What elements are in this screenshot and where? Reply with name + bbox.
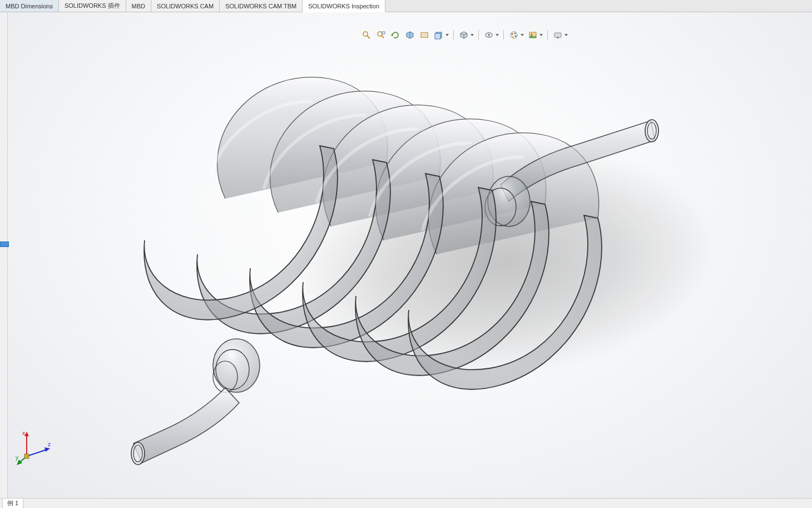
- tab-solidworks-plugins[interactable]: SOLIDWORKS 插件: [59, 0, 126, 12]
- viewport-split-marker[interactable]: [0, 241, 9, 247]
- tab-solidworks-cam-tbm[interactable]: SOLIDWORKS CAM TBM: [220, 0, 303, 12]
- triad-z-label: z: [48, 441, 51, 447]
- orientation-triad[interactable]: x z y: [16, 428, 55, 467]
- svg-marker-31: [24, 432, 29, 436]
- configuration-tab[interactable]: 例 1: [2, 498, 23, 508]
- status-bar: 例 1: [0, 498, 812, 508]
- command-tabs: MBD Dimensions SOLIDWORKS 插件 MBD SOLIDWO…: [0, 0, 812, 12]
- triad-x-label: x: [22, 430, 25, 436]
- tab-mbd-dimensions[interactable]: MBD Dimensions: [0, 0, 59, 12]
- svg-rect-36: [24, 454, 29, 458]
- viewport-left-gutter: [0, 12, 8, 498]
- svg-line-32: [27, 450, 47, 456]
- tab-mbd[interactable]: MBD: [126, 0, 151, 12]
- svg-marker-33: [44, 447, 50, 452]
- model-coil-spring[interactable]: [111, 34, 667, 491]
- tab-solidworks-inspection[interactable]: SOLIDWORKS Inspection: [303, 0, 385, 12]
- triad-y-label: y: [16, 455, 18, 461]
- graphics-viewport[interactable]: x z y: [0, 12, 812, 498]
- inlet-pipe: [131, 339, 260, 465]
- svg-point-25: [213, 339, 260, 392]
- tab-solidworks-cam[interactable]: SOLIDWORKS CAM: [151, 0, 220, 12]
